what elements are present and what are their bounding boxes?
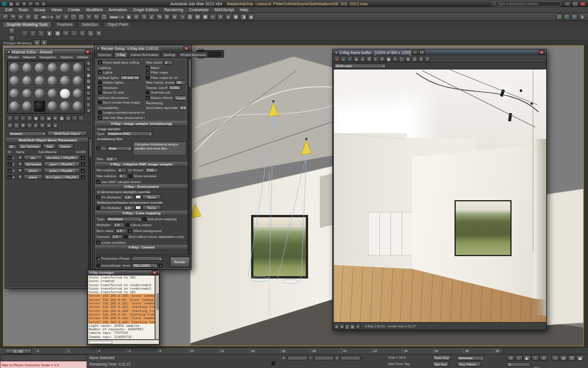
bind-spacewarp-icon[interactable]: § (32, 14, 39, 21)
radio-dot[interactable] (96, 257, 100, 260)
field-10[interactable]: 10 (8, 144, 17, 149)
checkbox-box[interactable]: ✓ (81, 175, 85, 179)
checkbox-box[interactable] (143, 217, 146, 221)
preview-selection-icon[interactable]: ▾ (95, 30, 102, 37)
checkbox-box[interactable]: ✓ (8, 169, 11, 173)
field-2[interactable]: 2 (163, 60, 173, 65)
me-menu-navigation[interactable]: Navigation (38, 55, 58, 59)
checkbox-box[interactable]: ✓ (8, 169, 11, 173)
name-list-icon[interactable]: ≣ (20, 122, 26, 128)
checkbox-use-dmc-sampler-thresh[interactable]: ✓Use DMC sampler thresh. (96, 180, 142, 184)
workspace-dropdown-icon[interactable]: ▾ (41, 1, 46, 6)
maxscript-mini-listener[interactable] (0, 354, 87, 361)
material-slot-21[interactable] (34, 100, 46, 112)
checkbox-box[interactable]: ✓ (128, 229, 132, 233)
close-icon[interactable]: × (539, 50, 544, 55)
forward-icon[interactable]: ▸ (33, 122, 39, 128)
maximize-viewport-button[interactable]: ▣ (576, 355, 584, 361)
checkbox-shadows[interactable]: ✓Shadows (98, 86, 118, 89)
material-slot-22[interactable] (46, 100, 59, 112)
vray-messages-filter-field[interactable] (89, 341, 112, 344)
key-mode-toggle-button[interactable]: ● (533, 366, 540, 368)
me-menu-options[interactable]: Options (59, 55, 75, 59)
checkbox-box[interactable] (146, 91, 149, 94)
select-move-icon[interactable]: + (85, 14, 92, 21)
radio-activeshade[interactable]: ActiveShade (96, 264, 121, 267)
selection-set-dropdown[interactable]: Selected (457, 356, 484, 360)
checkbox-box[interactable] (98, 91, 102, 94)
menu-item-modifiers[interactable]: Modifiers (83, 8, 105, 12)
checkbox-show-samples[interactable]: Show samples (129, 174, 156, 178)
element-mode-icon[interactable]: ▦ (54, 30, 61, 37)
material-slot-11[interactable] (59, 75, 71, 87)
material-slot-20[interactable] (21, 100, 34, 112)
window-crossing-icon[interactable]: ◫ (78, 14, 85, 21)
selection-filter-dropdown[interactable]: All (40, 15, 54, 19)
me-menu-modes[interactable]: Modes (6, 55, 21, 59)
coord-field-z[interactable] (340, 356, 360, 360)
select-scale-icon[interactable]: ◲ (101, 14, 108, 21)
material-color-swatch[interactable] (18, 168, 22, 173)
checkbox-box[interactable]: ✓ (8, 163, 11, 166)
button-delete[interactable]: Delete (57, 144, 74, 149)
channel-dropdown[interactable]: RGB color (334, 64, 386, 68)
mirror-icon[interactable]: ◑ (179, 14, 186, 21)
menu-item-graph-editors[interactable]: Graph Editors (130, 8, 161, 12)
preview-toggle-icon[interactable]: ∿ (26, 122, 32, 128)
checkbox-filter-maps[interactable]: ✓Filter maps (146, 71, 168, 74)
vray-frame-buffer-window[interactable]: V-Ray frame buffer - [100% of 900 x 1200… (332, 49, 547, 330)
undo-quick-icon[interactable]: ↶ (28, 1, 34, 6)
render-setup-tab-settings[interactable]: Settings (161, 52, 178, 57)
rollout-header-multi-sub-object[interactable]: Multi/Sub-Object Basic Parameters (6, 138, 89, 143)
render-setup-tab-common[interactable]: Common (96, 52, 113, 57)
checkbox-box[interactable] (98, 81, 102, 84)
material-slot-7[interactable] (8, 75, 21, 87)
field-0-001[interactable]: 0.001 (168, 85, 181, 90)
video-color-check-icon[interactable]: ▣ (86, 84, 91, 89)
button-glass[interactable]: glass (24, 174, 42, 180)
render-setup-tab-indirect-illumination[interactable]: Indirect illumination (128, 52, 161, 57)
assign-material-icon[interactable]: ↓ (20, 115, 26, 121)
checkbox-box[interactable] (126, 223, 129, 227)
field-1-0[interactable]: 1.0 (115, 228, 127, 233)
material-slot-16[interactable] (46, 88, 59, 100)
button-alu-shiny-vraymtl[interactable]: alu-shiny ( VRayMtl ) (44, 155, 80, 160)
rollout-header-v-ray-camera[interactable]: V-Ray:: Camera (95, 245, 188, 250)
material-slot-3[interactable] (34, 62, 46, 74)
go-to-end-button[interactable]: » (540, 355, 547, 361)
shrink-selection-icon[interactable]: – (71, 30, 78, 37)
align-icon[interactable]: ▥ (186, 14, 193, 21)
checkbox-maps[interactable]: ✓Maps (146, 66, 159, 69)
key-filters-button[interactable]: Key Filters... (457, 362, 481, 367)
checkbox-sub-pixel-mapping[interactable]: Sub-pixel mapping (143, 217, 177, 221)
reference-coordinate-dropdown[interactable]: View (108, 15, 125, 19)
ribbon-tab-selection[interactable]: Selection (78, 21, 102, 27)
load-image-icon[interactable]: L (373, 56, 379, 62)
orbit-view-button[interactable]: ↻ (568, 355, 576, 361)
close-icon[interactable]: × (183, 46, 189, 51)
quick-render-icon[interactable]: ● (579, 14, 586, 21)
minimize-button[interactable]: – (564, 1, 571, 6)
menu-item-views[interactable]: Views (48, 8, 65, 12)
checkbox-box[interactable]: ✓ (146, 96, 149, 100)
play-button[interactable]: ▶ (523, 355, 531, 361)
radio-production[interactable]: Production (96, 257, 118, 260)
ribbon-tab-freeform[interactable]: Freeform (53, 21, 76, 27)
ribbon-dock-tab-1[interactable]: T (8, 28, 15, 35)
compare-vertical-icon[interactable]: ▤ (350, 324, 355, 329)
down-icon[interactable]: ▾ (39, 122, 45, 128)
checkbox-box[interactable]: ✓ (96, 241, 100, 244)
make-preview-icon[interactable]: ▸ (86, 90, 91, 95)
field-1-0[interactable]: 1.0 (113, 223, 125, 227)
zoom-image-icon[interactable]: ◎ (412, 56, 417, 62)
track-mouse-icon[interactable]: + (392, 56, 398, 62)
maximize-button[interactable]: ▢ (572, 1, 579, 6)
checkbox-don-t-render-final-image[interactable]: Don't render final image (98, 101, 141, 104)
field-1[interactable]: 1 (117, 168, 126, 173)
material-slot-19[interactable] (8, 100, 21, 112)
button-photo[interactable]: photo (24, 168, 42, 173)
maximize-icon[interactable]: ▢ (419, 50, 425, 55)
go-forward-sibling-icon[interactable]: → (78, 115, 84, 121)
material-editor-scrollbar[interactable] (88, 138, 91, 286)
menu-item-tools[interactable]: Tools (15, 8, 31, 12)
